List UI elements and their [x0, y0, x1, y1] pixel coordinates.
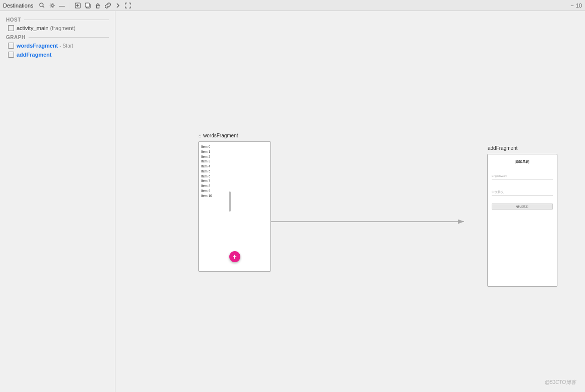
confirm-add-button[interactable]: 确认添加	[492, 204, 553, 210]
watermark: @51CTO博客	[545, 379, 576, 386]
words-fragment-label: wordsFragment - Start	[17, 43, 73, 49]
words-fragment-node-label: ⌂ wordsFragment	[199, 133, 238, 138]
add-fragment-title: 添加单词	[492, 159, 553, 164]
svg-rect-7	[85, 3, 89, 7]
scroll-indicator[interactable]	[229, 191, 231, 212]
english-word-placeholder: EnglishWord	[492, 174, 507, 177]
zoom-level: 10	[576, 3, 582, 9]
zoom-out-button[interactable]: −	[570, 3, 573, 9]
settings-icon[interactable]	[49, 2, 56, 9]
fragment-icon-add	[8, 52, 14, 58]
minimize-icon[interactable]: —	[59, 2, 66, 9]
add-fragment-node[interactable]: addFragment 添加单词 EnglishWord 中文释义 确认添加	[487, 154, 557, 287]
svg-point-2	[51, 5, 53, 7]
words-fragment-node[interactable]: ⌂ wordsFragment Item 0 Item 1 Item 2 Ite…	[198, 141, 271, 272]
add-fragment-label-sidebar: addFragment	[17, 52, 52, 58]
chinese-meaning-placeholder: 中文释义	[492, 190, 504, 193]
sidebar-item-addFragment[interactable]: addFragment	[0, 50, 115, 59]
zoom-controls: − 10	[570, 3, 582, 9]
main-layout: HOST activity_main (fragment) GRAPH word…	[0, 11, 585, 392]
toolbar-title: Destinations	[3, 3, 34, 9]
sidebar-item-activity-main[interactable]: activity_main (fragment)	[0, 24, 115, 33]
add-fragment-node-label: addFragment	[488, 145, 517, 151]
fragment-icon-activity	[8, 25, 14, 31]
svg-rect-8	[96, 6, 99, 8]
forward-icon[interactable]	[114, 2, 121, 9]
duplicate-icon[interactable]	[84, 2, 91, 9]
toolbar-icon-group: —	[39, 2, 569, 9]
home-nav-icon[interactable]	[94, 2, 101, 9]
host-section-header: HOST	[0, 15, 115, 24]
canvas-area: ⌂ wordsFragment Item 0 Item 1 Item 2 Ite…	[115, 11, 585, 392]
add-destination-icon[interactable]	[74, 2, 81, 9]
words-fragment-content: Item 0 Item 1 Item 2 Item 3 Item 4 Item …	[199, 142, 270, 201]
activity-main-label: activity_main (fragment)	[17, 25, 75, 31]
svg-point-0	[40, 3, 43, 7]
separator-1	[70, 2, 70, 9]
link-icon[interactable]	[104, 2, 111, 9]
toolbar: Destinations — − 10	[0, 0, 585, 11]
fragment-icon-words	[8, 43, 14, 49]
fab-add-button[interactable]: +	[229, 251, 240, 262]
graph-section-header: GRAPH	[0, 33, 115, 41]
add-fragment-content: 添加单词 EnglishWord 中文释义 确认添加	[488, 154, 557, 215]
search-icon[interactable]	[39, 2, 46, 9]
sidebar-item-wordsFragment[interactable]: wordsFragment - Start	[0, 41, 115, 50]
fullscreen-icon[interactable]	[124, 2, 131, 9]
home-icon: ⌂	[199, 133, 202, 138]
svg-line-1	[43, 7, 45, 8]
sidebar: HOST activity_main (fragment) GRAPH word…	[0, 11, 115, 392]
